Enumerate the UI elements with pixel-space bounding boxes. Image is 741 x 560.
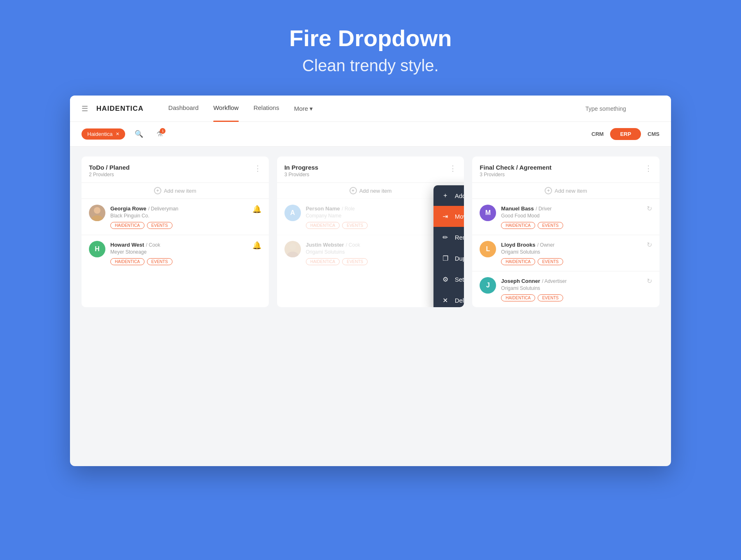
dropdown-move-to[interactable]: ⇥ Move to › bbox=[433, 206, 464, 227]
columns-area: ToDo / Planed 2 Providers ⋮ + Add new it… bbox=[70, 147, 671, 317]
card-manuel-bass: M Manuel Bass / Driver Good Food Mood HA… bbox=[472, 198, 659, 235]
dropdown-add-item[interactable]: + Add Item bbox=[433, 185, 464, 206]
tag-events-joseph[interactable]: EVENTS bbox=[538, 294, 563, 301]
hamburger-menu[interactable]: ☰ bbox=[82, 104, 88, 113]
avatar-joseph: J bbox=[480, 277, 496, 294]
tag-haidentica-lloyd[interactable]: HAIDENTICA bbox=[501, 258, 535, 265]
tag-haidentica-howard[interactable]: HAIDENTICA bbox=[110, 258, 144, 265]
search-button[interactable]: 🔍 bbox=[132, 127, 146, 141]
tag-haidentica-joseph[interactable]: HAIDENTICA bbox=[501, 294, 535, 301]
dropdown-delete-label: Delete bbox=[455, 297, 464, 304]
nav-more[interactable]: More ▾ bbox=[294, 105, 313, 112]
col2-title: In Progress bbox=[284, 164, 319, 171]
nav-links: Dashboard Workflow Relations More ▾ bbox=[168, 104, 585, 113]
avatar-a: A bbox=[284, 205, 301, 221]
add-circle-icon-2: + bbox=[350, 187, 357, 194]
card-joseph-conner: J Joseph Conner / Advertiser Origami Sol… bbox=[472, 271, 659, 307]
tag-haidentica[interactable]: HAIDENTICA bbox=[110, 222, 144, 229]
card-howard-west: H Howard West / Cook Meyer Stoneage HAID… bbox=[82, 235, 269, 271]
plus-icon: + bbox=[442, 192, 449, 199]
col3-title: Final Check / Agreement bbox=[480, 164, 552, 171]
tag-events[interactable]: EVENTS bbox=[147, 222, 172, 229]
company-howard: Meyer Stoneage bbox=[110, 249, 247, 255]
col2-header: In Progress 3 Providers ⋮ bbox=[277, 156, 464, 182]
info-joseph: Joseph Conner / Advertiser Origami Solut… bbox=[501, 277, 642, 301]
col1-title: ToDo / Planed bbox=[89, 164, 130, 171]
tab-cms[interactable]: CMS bbox=[648, 131, 659, 137]
info-howard: Howard West / Cook Meyer Stoneage HAIDEN… bbox=[110, 241, 247, 265]
hero-subtitle: Clean trendy style. bbox=[289, 56, 452, 75]
close-icon[interactable]: ✕ bbox=[116, 131, 119, 137]
dropdown-settings-label: Settings bbox=[455, 276, 464, 283]
filter-button[interactable]: ⚗ 1 bbox=[152, 127, 166, 141]
tag-events-howard[interactable]: EVENTS bbox=[147, 258, 172, 265]
tags-howard: HAIDENTICA EVENTS bbox=[110, 258, 247, 265]
col1-header: ToDo / Planed 2 Providers ⋮ bbox=[82, 156, 269, 182]
dropdown-delete[interactable]: ✕ Delete bbox=[433, 290, 464, 307]
copy-icon: ❐ bbox=[442, 254, 449, 262]
add-new-label-3: Add new item bbox=[555, 188, 587, 194]
add-new-label-2: Add new item bbox=[359, 188, 392, 194]
delete-icon: ✕ bbox=[442, 296, 449, 304]
dropdown-rename-label: Rename bbox=[455, 234, 464, 241]
dropdown-rename[interactable]: ✏ Rename bbox=[433, 227, 464, 248]
info-manuel: Manuel Bass / Driver Good Food Mood HAID… bbox=[501, 205, 642, 229]
bell-icon-georgia[interactable]: 🔔 bbox=[252, 205, 261, 214]
active-filter-tag[interactable]: Haidentica ✕ bbox=[82, 128, 125, 140]
avatar-georgia bbox=[89, 205, 105, 221]
col1-add-new[interactable]: + Add new item bbox=[82, 182, 269, 198]
col1-sub: 2 Providers bbox=[89, 172, 130, 177]
tags-georgia: HAIDENTICA EVENTS bbox=[110, 222, 247, 229]
company-georgia: Black Pinguin Co. bbox=[110, 213, 247, 219]
dropdown-settings[interactable]: ⚙ Settings bbox=[433, 269, 464, 290]
col2-sub: 3 Providers bbox=[284, 172, 319, 177]
refresh-icon-lloyd[interactable]: ↻ bbox=[647, 241, 652, 249]
svg-point-0 bbox=[94, 207, 100, 214]
column-final-check: Final Check / Agreement 3 Providers ⋮ + … bbox=[472, 156, 659, 307]
toolbar: Haidentica ✕ 🔍 ⚗ 1 CRM ERP CMS bbox=[70, 122, 671, 147]
dropdown-add-label: Add Item bbox=[455, 192, 464, 199]
search-input[interactable] bbox=[585, 105, 659, 112]
navbar: ☰ HAIDENTICA Dashboard Workflow Relation… bbox=[70, 96, 671, 122]
nav-dashboard[interactable]: Dashboard bbox=[168, 104, 198, 113]
tags-lloyd: HAIDENTICA EVENTS bbox=[501, 258, 642, 265]
company-lloyd: Origami Solutuins bbox=[501, 249, 642, 255]
refresh-icon-manuel[interactable]: ↻ bbox=[647, 205, 652, 212]
tags-joseph: HAIDENTICA EVENTS bbox=[501, 294, 642, 301]
refresh-icon-joseph[interactable]: ↻ bbox=[647, 277, 652, 285]
col3-sub: 3 Providers bbox=[480, 172, 552, 177]
column-inprogress: In Progress 3 Providers ⋮ + Add new item… bbox=[277, 156, 464, 307]
dropdown-moveto-label: Move to bbox=[455, 213, 464, 220]
tag-events-manuel[interactable]: EVENTS bbox=[538, 222, 563, 229]
tag-events-lloyd[interactable]: EVENTS bbox=[538, 258, 563, 265]
filter-label: Haidentica bbox=[87, 131, 112, 137]
hero-section: Fire Dropdown Clean trendy style. bbox=[289, 0, 452, 96]
context-dropdown: + Add Item ⇥ Move to › ✏ Rename ❐ Duplic… bbox=[433, 185, 464, 307]
nav-workflow[interactable]: Workflow bbox=[213, 104, 238, 113]
dropdown-duplicate-label: Duplicate bbox=[455, 255, 464, 262]
col3-add-new[interactable]: + Add new item bbox=[472, 182, 659, 198]
person-name-georgia: Georgia Rowe / Deliveryman bbox=[110, 205, 247, 212]
nav-relations[interactable]: Relations bbox=[254, 104, 280, 113]
info-georgia: Georgia Rowe / Deliveryman Black Pinguin… bbox=[110, 205, 247, 229]
company-joseph: Origami Solutuins bbox=[501, 285, 642, 291]
gear-icon: ⚙ bbox=[442, 275, 449, 283]
svg-point-3 bbox=[287, 252, 298, 257]
tab-crm[interactable]: CRM bbox=[592, 131, 604, 137]
avatar-lloyd: L bbox=[480, 241, 496, 257]
nav-search bbox=[585, 105, 659, 112]
avatar-manuel: M bbox=[480, 205, 496, 221]
tag-haidentica-manuel[interactable]: HAIDENTICA bbox=[501, 222, 535, 229]
dropdown-duplicate[interactable]: ❐ Duplicate bbox=[433, 248, 464, 269]
col2-more-button[interactable]: ⋮ bbox=[449, 164, 457, 173]
bell-icon-howard[interactable]: 🔔 bbox=[252, 241, 261, 250]
svg-point-1 bbox=[91, 215, 103, 221]
add-new-label: Add new item bbox=[164, 188, 196, 194]
hero-title: Fire Dropdown bbox=[289, 25, 452, 51]
svg-point-2 bbox=[289, 243, 296, 250]
col3-header: Final Check / Agreement 3 Providers ⋮ bbox=[472, 156, 659, 182]
add-circle-icon-3: + bbox=[545, 187, 552, 194]
col3-more-button[interactable]: ⋮ bbox=[645, 164, 652, 173]
col1-more-button[interactable]: ⋮ bbox=[254, 164, 261, 173]
tab-erp[interactable]: ERP bbox=[610, 128, 641, 140]
